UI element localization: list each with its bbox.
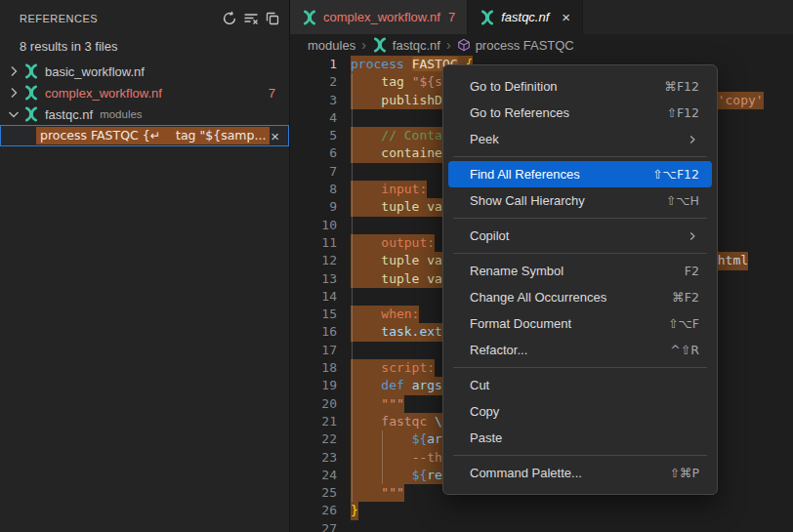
code-text: """ [351,484,404,502]
line-number: 27 [290,520,337,532]
menu-item-format-document[interactable]: Format Document⇧⌥F [448,310,712,337]
results-summary: 8 results in 3 files [20,39,289,54]
code-text: when: [351,306,419,323]
menu-item-go-to-definition[interactable]: Go to Definition⌘F12 [448,73,712,100]
menu-item-label: Show Call Hierarchy [470,193,666,208]
menu-item-show-call-hierarchy[interactable]: Show Call Hierarchy⇧⌥H [448,187,712,214]
submenu-chevron-icon [686,229,699,243]
file-folder-description: modules [100,108,142,120]
reference-range-highlight: output: [351,234,435,252]
menu-item-cut[interactable]: Cut [448,372,712,398]
tab-bar: complex_workflow.nf7fastqc.nf× [290,0,793,34]
menu-separator [453,367,707,368]
code-text: fastqc \ [351,413,442,430]
menu-item-copy[interactable]: Copy [448,398,712,425]
menu-item-label: Find All References [470,167,652,182]
line-number: 6 [290,144,337,162]
line-number: 15 [290,306,337,323]
chevron-down-icon[interactable] [6,106,21,122]
nextflow-icon [302,10,317,25]
line-number: 12 [290,252,337,269]
menu-item-find-all-references[interactable]: Find All References⇧⌥F12 [448,161,712,187]
line-number: 7 [290,163,337,181]
menu-item-label: Rename Symbol [470,264,685,278]
menu-item-label: Copilot [470,228,686,243]
tab-label: fastqc.nf [501,10,549,24]
nextflow-icon [23,85,39,101]
line-number: 24 [290,467,337,484]
code-line[interactable]: 27 [290,520,793,532]
code-line[interactable]: 26} [290,502,793,519]
chevron-right-icon[interactable] [6,85,21,101]
nextflow-icon [372,37,388,53]
indent-guide [352,73,353,502]
chevron-right-icon[interactable] [6,63,21,79]
copy-icon[interactable] [262,8,283,29]
menu-item-shortcut: ^⇧R [670,343,699,357]
menu-separator [453,218,707,219]
file-name: fastqc.nf [45,107,93,122]
code-text: input: [351,181,427,198]
menu-item-command-palette[interactable]: Command Palette...⇧⌘P [448,460,712,486]
tab-fastqc-nf[interactable]: fastqc.nf× [468,0,583,34]
menu-item-peek[interactable]: Peek [448,126,712,152]
line-number: 23 [290,449,337,467]
line-number: 5 [290,127,337,144]
menu-item-copilot[interactable]: Copilot [448,223,712,249]
close-icon[interactable]: × [562,10,570,24]
tree-item-complex-workflow-nf[interactable]: complex_workflow.nf7 [0,82,289,103]
line-number: 4 [290,109,337,127]
menu-item-label: Command Palette... [470,466,669,480]
line-number: 25 [290,484,337,502]
breadcrumb-separator-icon: › [361,37,366,53]
line-number: 8 [290,181,337,198]
line-number: 9 [290,198,337,216]
breadcrumb-label: fastqc.nf [393,38,440,53]
line-number: 20 [290,395,337,413]
code-text: output: [351,234,435,252]
close-icon[interactable]: × [271,129,279,143]
menu-item-shortcut: ⌘F12 [664,79,699,94]
menu-item-change-all-occurrences[interactable]: Change All Occurrences⌘F2 [448,284,712,310]
indent-guide [382,430,383,484]
menu-item-shortcut: ⇧⌥F [668,316,699,331]
menu-item-refactor[interactable]: Refactor...^⇧R [448,337,712,363]
line-number: 3 [290,92,337,109]
menu-separator [453,156,707,157]
menu-item-shortcut: ⇧⌥H [666,193,699,208]
reference-range-highlight: when: [351,306,419,323]
menu-item-rename-symbol[interactable]: Rename SymbolF2 [448,258,712,284]
clear-all-icon[interactable] [240,8,262,29]
sidebar-header: REFERENCES [0,0,289,30]
reference-range-highlight: """ [351,484,404,502]
menu-item-paste[interactable]: Paste [448,425,712,451]
menu-item-label: Change All Occurrences [470,290,672,305]
line-number: 1 [290,56,337,73]
code-text: """ [351,395,404,413]
menu-item-label: Go to Definition [470,79,664,94]
sidebar-title: REFERENCES [20,13,219,24]
reference-range-highlight: input: [351,181,427,198]
breadcrumb-item-process-fastqc[interactable]: process FASTQC [457,38,574,53]
breadcrumb-item-fastqc-nf[interactable]: fastqc.nf [372,37,440,53]
editor-context-menu: Go to Definition⌘F12Go to References⇧F12… [442,64,718,495]
file-name: complex_workflow.nf [45,86,162,101]
breadcrumb-item-modules[interactable]: modules [308,38,355,53]
menu-item-label: Cut [470,378,699,392]
references-tree: basic_workflow.nfcomplex_workflow.nf7fas… [0,61,289,125]
reference-result-item[interactable]: process FASTQC {↵ tag "${samp... × [0,125,289,146]
line-number: 26 [290,502,337,519]
sidebar-toolbar [219,8,283,29]
breadcrumb-separator-icon: › [446,37,451,53]
refresh-icon[interactable] [219,8,240,29]
menu-item-shortcut: ⌘F2 [672,290,699,305]
tab-result-badge: 7 [448,10,455,24]
line-number: 18 [290,359,337,377]
tree-item-basic-workflow-nf[interactable]: basic_workflow.nf [0,61,289,82]
tree-item-fastqc-nf[interactable]: fastqc.nfmodules [0,103,289,125]
breadcrumb-label: process FASTQC [476,38,574,53]
menu-item-go-to-references[interactable]: Go to References⇧F12 [448,100,712,126]
reference-range-highlight: fastqc \ [351,413,442,430]
tab-complex-workflow-nf[interactable]: complex_workflow.nf7 [290,0,468,34]
menu-item-label: Copy [470,404,699,419]
